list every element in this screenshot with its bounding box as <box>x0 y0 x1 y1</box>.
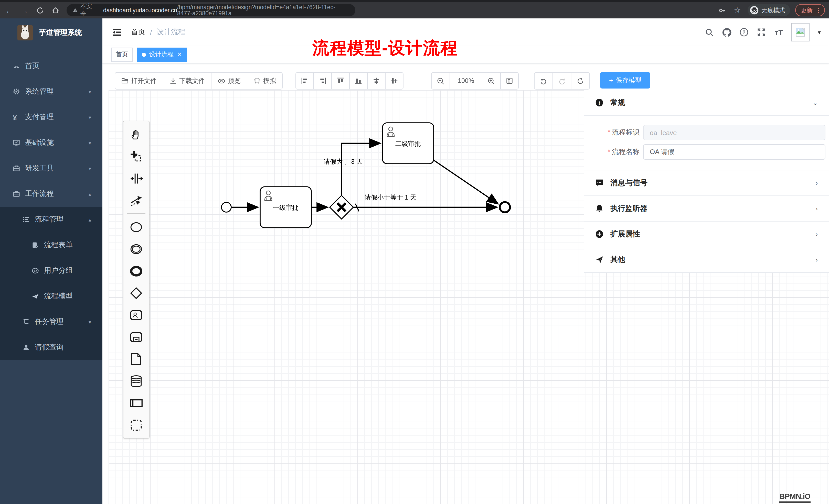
sidebar-item-system[interactable]: 系统管理 ▾ <box>0 79 102 104</box>
chevron-down-icon: ▾ <box>88 89 91 94</box>
sidebar-item-process-management[interactable]: 流程管理 ▴ <box>0 207 102 232</box>
process-key-row: *流程标识 <box>584 125 829 140</box>
browser-reload-icon[interactable] <box>34 4 46 16</box>
bookmark-star-icon[interactable]: ☆ <box>731 4 744 16</box>
chevron-down-icon: ⌄ <box>813 99 818 106</box>
breadcrumb: 首页 / 设计流程 <box>131 18 185 46</box>
align-top-button[interactable] <box>332 73 350 89</box>
user-task-2-node[interactable]: 二级审批 <box>383 123 434 164</box>
browser-address-bar[interactable]: 不安全 dashboard.yudao.iocoder.cn/bpm/manag… <box>67 4 355 16</box>
sidebar-item-workflow[interactable]: 工作流程 ▴ <box>0 181 102 207</box>
sidebar-item-process-model[interactable]: 流程模型 <box>0 283 102 309</box>
chevron-down-icon: ▾ <box>88 114 91 120</box>
warning-icon <box>73 7 78 13</box>
tag-home[interactable]: 首页 <box>111 47 133 62</box>
sidebar-item-home[interactable]: 首页 <box>0 53 102 79</box>
process-key-label: *流程标识 <box>584 128 640 137</box>
create-group-icon[interactable] <box>125 414 147 436</box>
zoom-out-button[interactable] <box>432 73 450 89</box>
end-event-node[interactable] <box>500 202 510 212</box>
sidebar-item-process-form[interactable]: 流程表单 <box>0 232 102 258</box>
open-file-button[interactable]: 打开文件 <box>115 73 163 89</box>
align-center-vertical-icon <box>391 77 398 84</box>
people-face-icon <box>32 267 39 274</box>
browser-menu-kebab-icon[interactable]: ⋮ <box>816 7 821 13</box>
section-extended-properties[interactable]: 扩展属性 › <box>584 222 829 247</box>
security-label[interactable]: 不安全 <box>80 3 95 18</box>
align-right-button[interactable] <box>314 73 332 89</box>
avatar[interactable] <box>791 23 809 41</box>
zoom-out-icon <box>437 77 444 85</box>
breadcrumb-separator: / <box>150 28 152 36</box>
chevron-right-icon: › <box>816 256 818 263</box>
sidebar-item-infrastructure[interactable]: 基础设施 ▾ <box>0 130 102 156</box>
sidebar-item-user-group[interactable]: 用户分组 <box>0 258 102 283</box>
briefcase-icon <box>13 190 20 197</box>
zoom-level: 100% <box>450 73 482 89</box>
flow-label-gt3days[interactable]: 请假大于 3 天 <box>324 158 363 165</box>
section-other[interactable]: 其他 › <box>584 247 829 273</box>
browser-chrome: ← → 不安全 dashboard.yudao.iocoder.cn/bpm/m… <box>0 0 829 18</box>
exclusive-gateway-node[interactable] <box>330 195 353 219</box>
sidebar-item-leave-query[interactable]: 请假查询 <box>0 335 102 360</box>
bpmn-io-watermark[interactable]: BPMN.iO <box>779 492 810 503</box>
section-message-signal[interactable]: 消息与信号 › <box>584 170 829 196</box>
preview-button[interactable]: 预览 <box>212 73 247 89</box>
browser-home-icon[interactable] <box>49 4 62 16</box>
align-bottom-icon <box>355 77 362 84</box>
browser-forward-icon[interactable]: → <box>19 4 31 16</box>
process-key-input[interactable] <box>643 125 825 140</box>
redo-button[interactable] <box>553 73 571 89</box>
fit-viewport-icon <box>506 77 513 84</box>
flow-task2-to-end[interactable] <box>434 160 498 204</box>
github-icon[interactable] <box>721 27 732 37</box>
section-execution-listener[interactable]: 执行监听器 › <box>584 196 829 222</box>
tag-design-process[interactable]: 设计流程 ✕ <box>137 47 187 62</box>
flow-gateway-to-task2[interactable] <box>341 143 380 195</box>
incognito-badge: 无痕模式 <box>748 4 790 16</box>
browser-update-button[interactable]: 更新 ⋮ <box>795 4 825 16</box>
process-name-input[interactable] <box>643 144 825 160</box>
breadcrumb-home[interactable]: 首页 <box>131 28 145 37</box>
eye-icon <box>218 77 225 85</box>
create-participant-icon[interactable] <box>125 392 147 414</box>
gear-icon <box>13 88 20 95</box>
align-top-icon <box>337 77 344 84</box>
help-icon[interactable]: ? <box>739 27 749 37</box>
undo-button[interactable] <box>535 73 553 89</box>
font-size-icon[interactable]: ᴛT <box>774 27 784 37</box>
monitor-icon <box>13 139 20 146</box>
sidebar-item-label: 流程管理 <box>35 215 64 224</box>
flow-label-le1day[interactable]: 请假小于等于 1 天 <box>365 194 417 201</box>
sidebar-item-devtools[interactable]: 研发工具 ▾ <box>0 156 102 181</box>
zoom-toolbar-group: 100% <box>431 72 519 89</box>
fit-viewport-button[interactable] <box>501 73 518 89</box>
download-file-button[interactable]: 下载文件 <box>163 73 212 89</box>
align-center-vertical-button[interactable] <box>386 73 403 89</box>
start-event-node[interactable] <box>221 202 231 212</box>
align-center-horizontal-button[interactable] <box>368 73 386 89</box>
simulate-button[interactable]: 模拟 <box>247 73 282 89</box>
zoom-in-button[interactable] <box>482 73 501 89</box>
sidebar-collapse-icon[interactable] <box>112 27 122 37</box>
align-toolbar-group <box>295 72 403 89</box>
sidebar-item-payment[interactable]: ¥ 支付管理 ▾ <box>0 104 102 130</box>
align-bottom-button[interactable] <box>350 73 368 89</box>
annotation-title: 流程模型-设计流程 <box>312 37 458 60</box>
sidebar-item-task-management[interactable]: 任务管理 ▾ <box>0 309 102 335</box>
section-general[interactable]: i 常规 ⌄ <box>584 90 829 116</box>
align-left-button[interactable] <box>296 73 314 89</box>
avatar-caret-icon[interactable]: ▼ <box>817 30 822 35</box>
sidebar: 芋道管理系统 首页 系统管理 ▾ ¥ 支付管理 ▾ 基础设施 ▾ <box>0 18 102 504</box>
app-root: ← → 不安全 dashboard.yudao.iocoder.cn/bpm/m… <box>0 0 829 504</box>
password-key-icon[interactable] <box>716 4 728 16</box>
search-icon[interactable] <box>704 27 714 37</box>
redo-icon <box>558 77 566 85</box>
tag-close-icon[interactable]: ✕ <box>177 51 182 58</box>
url-path: /bpm/manager/model/design?modelId=e4a1a1… <box>177 4 349 16</box>
browser-back-icon[interactable]: ← <box>3 4 15 16</box>
fullscreen-icon[interactable] <box>756 27 766 37</box>
user-task-1-node[interactable]: 一级审批 <box>260 187 311 228</box>
yen-icon: ¥ <box>13 114 20 121</box>
sidebar-logo-row[interactable]: 芋道管理系统 <box>0 18 102 47</box>
